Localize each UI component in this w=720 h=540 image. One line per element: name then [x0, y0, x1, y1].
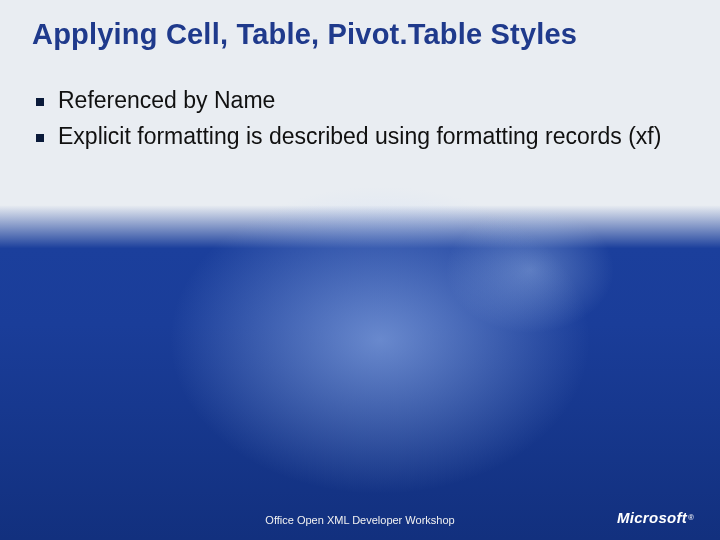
- bullet-icon: [36, 134, 44, 142]
- microsoft-logo: Microsoft®: [617, 509, 694, 526]
- bullet-text: Referenced by Name: [58, 86, 275, 116]
- logo-brand-text: Microsoft: [617, 509, 687, 526]
- footer-text: Office Open XML Developer Workshop: [0, 514, 720, 526]
- slide-title: Applying Cell, Table, Pivot.Table Styles: [32, 18, 688, 51]
- bullet-icon: [36, 98, 44, 106]
- list-item: Referenced by Name: [36, 86, 684, 116]
- slide-body: Referenced by Name Explicit formatting i…: [36, 86, 684, 158]
- slide: Applying Cell, Table, Pivot.Table Styles…: [0, 0, 720, 540]
- list-item: Explicit formatting is described using f…: [36, 122, 684, 152]
- bullet-text: Explicit formatting is described using f…: [58, 122, 661, 152]
- registered-mark: ®: [688, 513, 694, 522]
